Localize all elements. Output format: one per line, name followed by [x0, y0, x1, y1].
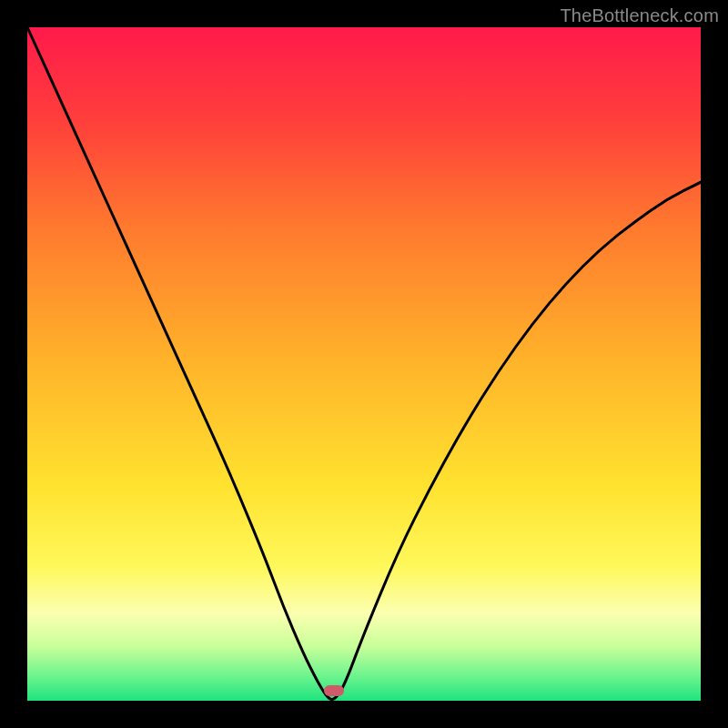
plot-area [27, 27, 701, 701]
optimal-point-marker [324, 685, 344, 696]
background-gradient [27, 27, 701, 701]
watermark-text: TheBottleneck.com [560, 5, 719, 26]
chart-frame: TheBottleneck.com [0, 0, 728, 728]
svg-rect-0 [27, 27, 701, 701]
